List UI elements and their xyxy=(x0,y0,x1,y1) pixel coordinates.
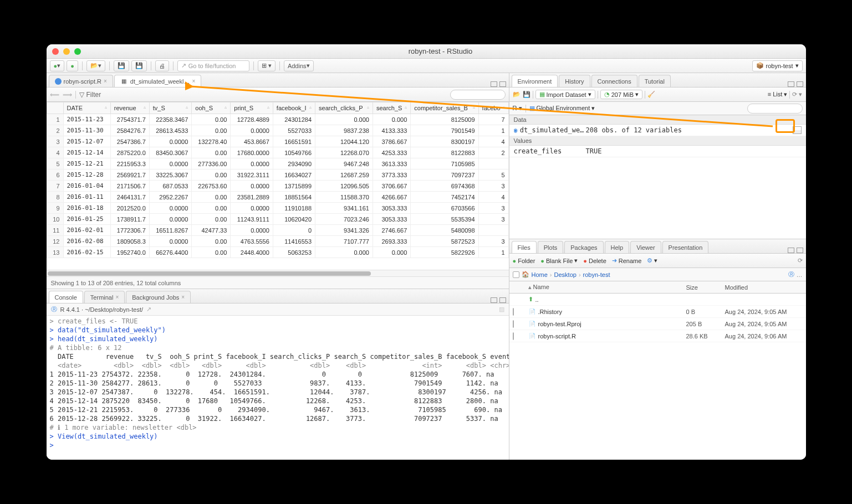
column-header[interactable]: ooh_S▵ xyxy=(192,102,231,114)
delete-button[interactable]: ●Delete xyxy=(583,258,606,264)
table-row[interactable]: 112016-02-011772306.716511.826742477.330… xyxy=(47,225,508,236)
clear-console-icon[interactable]: ▨ xyxy=(499,306,504,313)
tab-viewer[interactable]: Viewer xyxy=(630,241,661,253)
column-header[interactable]: search_S▵ xyxy=(373,102,410,114)
horizontal-scrollbar[interactable] xyxy=(47,270,509,276)
refresh-env-button[interactable]: ⟳ ▾ xyxy=(792,91,802,98)
maximize-pane-icon[interactable] xyxy=(797,81,803,87)
file-row[interactable]: 📄robyn-script.R28.6 KBAug 24, 2024, 9:06… xyxy=(509,330,806,342)
table-row[interactable]: 32015-12-072547386.70.0000132278.40453.8… xyxy=(47,136,508,147)
console-output[interactable]: > create_files <- TRUE> data("dt_simulat… xyxy=(47,316,509,460)
maximize-pane-icon[interactable] xyxy=(499,81,506,87)
maximize-pane-icon[interactable] xyxy=(797,248,803,253)
column-header[interactable]: competitor_sales_B▵ xyxy=(411,102,478,114)
back-button[interactable]: ⟸ xyxy=(50,91,59,99)
tab-tutorial[interactable]: Tutorial xyxy=(639,75,671,87)
expand-icon[interactable]: ◉ xyxy=(514,126,518,134)
minimize-window[interactable] xyxy=(63,48,70,55)
open-file-button[interactable]: 📂 ▾ xyxy=(86,60,105,71)
tab-environment[interactable]: Environment xyxy=(512,75,558,87)
fullscreen-window[interactable] xyxy=(74,48,81,55)
view-list-button[interactable]: ≡ List ▾ xyxy=(768,91,788,98)
select-all-checkbox[interactable] xyxy=(513,271,519,278)
table-row[interactable]: 82016-01-112464131.72952.22670.0023581.2… xyxy=(47,192,508,203)
addins-button[interactable]: Addins ▾ xyxy=(284,60,314,71)
table-row[interactable]: 92016-01-182012520.00.00000.000.00001191… xyxy=(47,203,508,214)
table-row[interactable]: 102016-01-251738911.70.00000.0011243.911… xyxy=(47,214,508,225)
refresh-files-button[interactable]: ⟳ xyxy=(798,257,803,264)
home-icon[interactable]: 🏠 xyxy=(522,271,529,278)
table-row[interactable]: 62015-12-282569921.733225.30670.0031922.… xyxy=(47,169,508,181)
breadcrumb-home[interactable]: Home xyxy=(532,271,548,278)
tab-files[interactable]: Files xyxy=(512,241,537,253)
rename-button[interactable]: ➜Rename xyxy=(612,257,642,264)
save-workspace-button[interactable]: 💾 xyxy=(523,91,530,98)
table-row[interactable]: 12015-11-232754371.722358.34670.0012728.… xyxy=(47,114,508,125)
minimize-pane-icon[interactable] xyxy=(788,81,794,87)
tab-robyn-script[interactable]: robyn-script.R× xyxy=(49,75,113,87)
load-workspace-button[interactable]: 📂 xyxy=(513,91,521,98)
close-icon[interactable]: × xyxy=(192,78,195,84)
table-row[interactable]: 52015-12-212215953.30.0000277336.000.000… xyxy=(47,158,508,169)
close-window[interactable] xyxy=(52,48,59,55)
column-header[interactable]: tv_S▵ xyxy=(149,102,192,114)
clear-workspace-button[interactable]: 🧹 xyxy=(647,91,655,98)
memory-indicator[interactable]: ◔207 MiB ▾ xyxy=(600,90,642,99)
file-checkbox[interactable] xyxy=(513,332,514,340)
file-row[interactable]: 📄robyn-test.Rproj205 BAug 24, 2024, 9:05… xyxy=(509,318,806,330)
column-header[interactable]: DATE▵ xyxy=(63,102,110,114)
new-blank-file-button[interactable]: ●Blank File ▾ xyxy=(540,257,578,264)
tab-console[interactable]: Console xyxy=(49,291,83,303)
view-data-icon[interactable] xyxy=(793,126,802,134)
tab-packages[interactable]: Packages xyxy=(564,241,603,253)
tab-plots[interactable]: Plots xyxy=(538,241,563,253)
column-header[interactable]: facebook_I▵ xyxy=(273,102,315,114)
column-header[interactable]: search_clicks_P▵ xyxy=(315,102,373,114)
table-row[interactable]: 122016-02-081809058.30.00000.004763.5556… xyxy=(47,236,508,247)
more-path-button[interactable]: … xyxy=(797,271,803,278)
import-dataset-button[interactable]: ▦Import Dataset ▾ xyxy=(535,90,595,99)
data-grid[interactable]: DATE▵revenue▵tv_S▵ooh_S▵print_S▵facebook… xyxy=(47,102,509,270)
column-header[interactable]: revenue▵ xyxy=(110,102,149,114)
column-header[interactable]: facebo▵ xyxy=(478,102,508,114)
breadcrumb-current[interactable]: robyn-test xyxy=(583,271,610,278)
new-folder-button[interactable]: ●Folder xyxy=(513,258,535,264)
tab-dt-simulated[interactable]: ▦dt_simulated_weekl…× xyxy=(114,75,201,87)
file-row[interactable]: 📄.Rhistory0 BAug 24, 2024, 9:05 AM xyxy=(509,306,806,318)
new-file-button[interactable]: ● ▾ xyxy=(50,60,65,71)
r-scope-select[interactable]: R ▾ xyxy=(513,105,522,112)
tab-help[interactable]: Help xyxy=(605,241,630,253)
env-search-input[interactable] xyxy=(747,104,803,114)
close-icon[interactable]: × xyxy=(104,78,107,84)
panes-button[interactable]: ⊞ ▾ xyxy=(258,60,276,71)
tab-connections[interactable]: Connections xyxy=(591,75,637,87)
table-row[interactable]: 72016-01-042171506.7687.0533226753.600.0… xyxy=(47,181,508,192)
close-icon[interactable]: × xyxy=(115,294,119,300)
popout-icon[interactable]: ↗ xyxy=(146,306,151,313)
minimize-pane-icon[interactable] xyxy=(788,248,794,253)
data-search-input[interactable] xyxy=(450,90,506,100)
tab-terminal[interactable]: Terminal× xyxy=(84,291,125,303)
global-env-select[interactable]: ▦ Global Environment ▾ xyxy=(529,105,595,112)
tab-presentation[interactable]: Presentation xyxy=(662,241,709,253)
save-button[interactable]: 💾 xyxy=(114,60,129,71)
minimize-pane-icon[interactable] xyxy=(491,297,497,303)
maximize-pane-icon[interactable] xyxy=(499,297,506,303)
goto-file-input[interactable]: ↗Go to file/function xyxy=(177,60,249,71)
save-all-button[interactable]: 💾 xyxy=(131,60,147,71)
table-row[interactable]: 132016-02-151952740.066276.44000.002448.… xyxy=(47,247,508,258)
r-proj-icon[interactable]: Ⓡ xyxy=(788,270,794,279)
table-row[interactable]: 22015-11-302584276.728613.45330.000.0000… xyxy=(47,125,508,136)
new-project-button[interactable]: ● xyxy=(67,60,78,71)
minimize-pane-icon[interactable] xyxy=(491,81,497,87)
forward-button[interactable]: ⟹ xyxy=(63,91,72,99)
filter-button[interactable]: ▽Filter xyxy=(79,91,101,99)
env-value-row[interactable]: create_files TRUE xyxy=(509,146,806,157)
file-up-row[interactable]: ⬆.. xyxy=(509,294,806,306)
tab-history[interactable]: History xyxy=(559,75,590,87)
file-checkbox[interactable] xyxy=(513,320,514,328)
project-menu[interactable]: 📦robyn-test ▾ xyxy=(752,60,803,71)
tab-bgjobs[interactable]: Background Jobs× xyxy=(126,291,191,303)
file-checkbox[interactable] xyxy=(513,308,514,316)
breadcrumb-desktop[interactable]: Desktop xyxy=(554,271,576,278)
